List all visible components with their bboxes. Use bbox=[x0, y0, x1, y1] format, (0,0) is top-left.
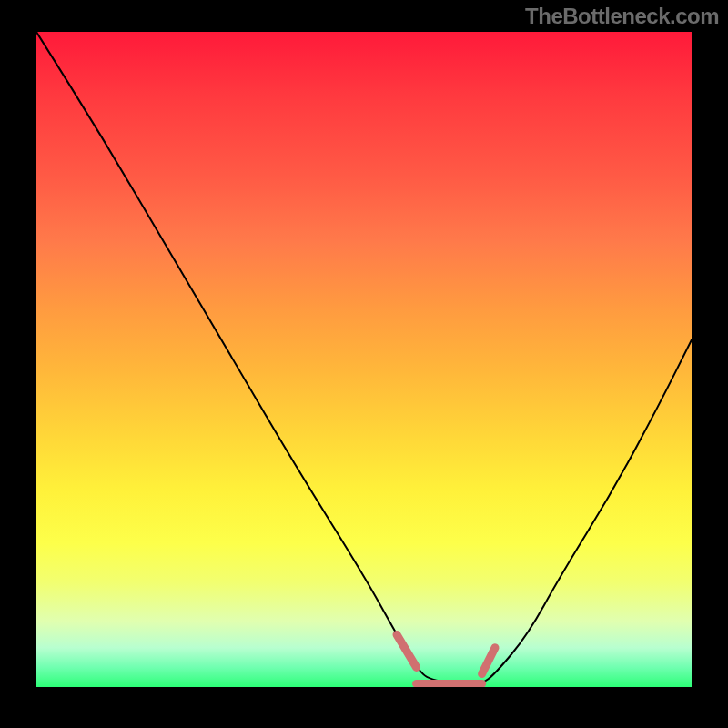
highlight-segment bbox=[482, 648, 495, 674]
highlight-group bbox=[397, 634, 495, 683]
watermark-text: TheBottleneck.com bbox=[525, 4, 719, 29]
chart-container: TheBottleneck.com bbox=[0, 0, 728, 728]
highlight-segment bbox=[397, 634, 417, 667]
plot-area bbox=[36, 32, 692, 687]
curve-svg bbox=[36, 32, 692, 687]
main-curve bbox=[36, 32, 692, 683]
